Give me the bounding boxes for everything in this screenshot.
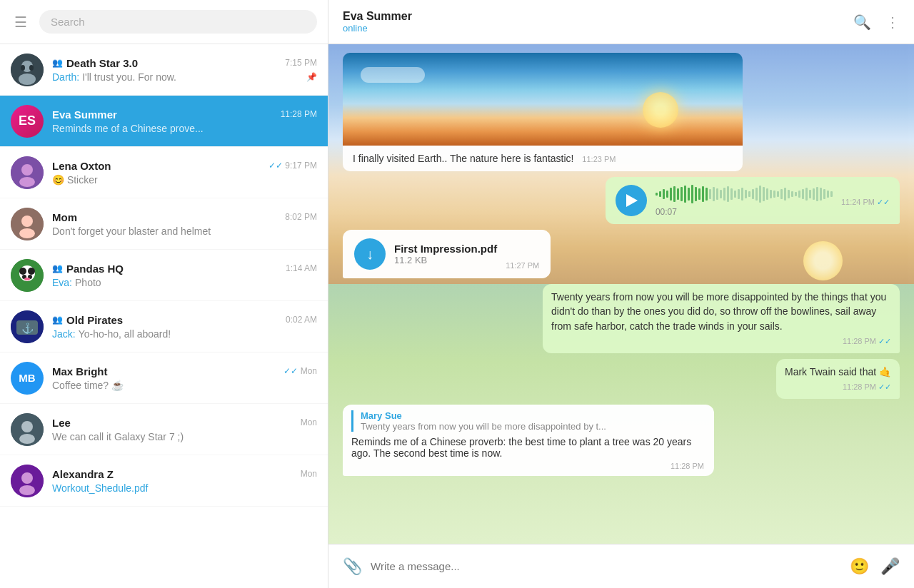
twain-quote-bubble: Twenty years from now you will be more d…: [543, 284, 900, 353]
chat-info: Lena Oxton ✓✓ 9:17 PM 😊 Sticker: [52, 160, 317, 186]
chat-panel: Eva Summer online 🔍 ⋮: [328, 0, 914, 588]
waveform-bar: [773, 191, 775, 198]
chat-preview: We can call it Galaxy Star 7 ;): [52, 431, 317, 442]
read-check-2: ✓✓: [878, 336, 891, 348]
messages-container: I finally visited Earth.. The nature her…: [328, 44, 914, 544]
sent-check: ✓✓: [283, 366, 298, 376]
twain-quote-time: 11:28 PM ✓✓: [551, 336, 891, 348]
avatar: [11, 54, 44, 86]
chat-item-pandas-hq[interactable]: 👥 Pandas HQ 1:14 AM Eva: Photo: [0, 250, 328, 301]
waveform-bar: [695, 187, 697, 201]
quote-sender: Mary Sue: [361, 410, 704, 421]
earth-caption-bubble: I finally visited Earth.. The nature her…: [343, 146, 743, 171]
voice-bubble: 00:07 11:24 PM ✓✓: [606, 177, 900, 224]
avatar: [11, 259, 44, 292]
svg-point-25: [21, 472, 33, 484]
voice-waveform-area: 00:07: [656, 184, 833, 217]
waveform-bar: [763, 187, 765, 201]
chat-info: 👥 Old Pirates 0:02 AM Jack: Yo-ho-ho, al…: [52, 314, 317, 340]
chat-name-row: 👥 Old Pirates 0:02 AM: [52, 314, 317, 326]
voice-time: 11:24 PM ✓✓: [841, 198, 890, 207]
svg-point-17: [24, 278, 30, 280]
svg-point-7: [19, 177, 35, 187]
waveform-bar: [791, 191, 793, 197]
chat-item-mom[interactable]: Mom 8:02 PM Don't forget your blaster an…: [0, 198, 328, 250]
download-button[interactable]: ↓: [354, 238, 386, 270]
chat-item-eva-summer[interactable]: ES Eva Summer 11:28 PM Reminds me of a C…: [0, 96, 328, 147]
sidebar-header: ☰ Search: [0, 0, 328, 44]
chat-name: Max Bright: [52, 365, 108, 377]
chat-item-max-bright[interactable]: MB Max Bright ✓✓ Mon Coffee time? ☕: [0, 353, 328, 404]
read-check: ✓✓: [877, 198, 890, 207]
voice-input-icon[interactable]: 🎤: [880, 557, 900, 576]
earth-caption-text: I finally visited Earth.. The nature her…: [353, 153, 573, 164]
photo-message: I finally visited Earth.. The nature her…: [343, 53, 900, 171]
waveform-bar: [741, 188, 743, 201]
more-options-icon[interactable]: ⋮: [885, 14, 900, 31]
file-time: 11:27 PM: [506, 261, 539, 270]
file-bubble: ↓ First Impression.pdf 11.2 KB 11:27 PM: [343, 230, 551, 278]
chat-preview: Don't forget your blaster and helmet: [52, 225, 317, 237]
chat-time: 0:02 AM: [286, 315, 317, 325]
waveform-bar: [677, 188, 679, 200]
chat-contact-name: Eva Summer: [343, 10, 853, 23]
download-icon: ↓: [366, 246, 373, 263]
waveform-bar: [666, 191, 668, 198]
chat-time: Mon: [301, 469, 317, 479]
avatar: ES: [11, 105, 44, 138]
chat-name-row: Mom 8:02 PM: [52, 211, 317, 223]
file-info: First Impression.pdf 11.2 KB: [394, 243, 497, 265]
chat-item-alexandra-z[interactable]: Alexandra Z Mon Workout_Shedule.pdf: [0, 455, 328, 507]
message-input[interactable]: [371, 560, 841, 572]
avatar: [11, 465, 44, 497]
chat-item-lee[interactable]: Lee Mon We can call it Galaxy Star 7 ;): [0, 404, 328, 455]
chat-name: 👥 Death Star 3.0: [52, 57, 138, 69]
waveform-bar: [713, 187, 715, 201]
group-icon: 👥: [52, 263, 63, 273]
svg-point-26: [19, 485, 35, 495]
chat-item-death-star[interactable]: 👥 Death Star 3.0 7:15 PM Darth: I'll tru…: [0, 44, 328, 96]
waveform-bar: [784, 188, 786, 201]
menu-icon[interactable]: ☰: [11, 10, 31, 34]
chat-preview: Coffee time? ☕: [52, 380, 317, 391]
svg-point-10: [19, 228, 35, 238]
waveform-bar: [734, 191, 736, 198]
chat-name-row: Alexandra Z Mon: [52, 468, 317, 480]
avatar: MB: [11, 362, 44, 395]
waveform-bar: [702, 186, 704, 202]
waveform-bar: [659, 191, 661, 197]
waveform-bar: [759, 186, 761, 203]
chat-preview: Eva: Photo: [52, 277, 317, 288]
twain-attr-time: 11:28 PM ✓✓: [785, 382, 891, 393]
waveform-bar: [805, 188, 808, 201]
play-button[interactable]: [616, 185, 647, 216]
waveform-bar: [777, 191, 779, 197]
chat-info: 👥 Pandas HQ 1:14 AM Eva: Photo: [52, 263, 317, 288]
waveform-bar: [770, 190, 772, 198]
waveform-bar: [780, 189, 783, 199]
waveform-bar: [727, 186, 729, 202]
waveform-bar: [709, 189, 711, 199]
svg-point-14: [28, 268, 35, 275]
chat-time: ✓✓ Mon: [283, 366, 317, 376]
twain-quote-text: Twenty years from now you will be more d…: [551, 291, 886, 332]
attach-icon[interactable]: 📎: [343, 557, 362, 576]
waveform-bar: [716, 188, 718, 200]
waveform-bar: [827, 191, 829, 198]
chat-item-lena-oxton[interactable]: Lena Oxton ✓✓ 9:17 PM 😊 Sticker: [0, 147, 328, 198]
quote-bar: Mary Sue Twenty years from now you will …: [351, 410, 704, 432]
chat-list: 👥 Death Star 3.0 7:15 PM Darth: I'll tru…: [0, 44, 328, 588]
emoji-icon[interactable]: 🙂: [850, 557, 869, 576]
waveform-bar: [752, 189, 754, 199]
chat-item-old-pirates[interactable]: ⚓ 👥 Old Pirates 0:02 AM Jack: Yo-ho-ho, …: [0, 301, 328, 353]
waveform-bar: [673, 186, 676, 202]
pin-icon: 📌: [306, 72, 317, 82]
waveform-bar: [802, 189, 804, 199]
chat-name: Eva Summer: [52, 108, 117, 121]
waveform-bar: [813, 188, 815, 200]
search-bar[interactable]: Search: [39, 10, 317, 34]
search-icon[interactable]: 🔍: [853, 14, 871, 31]
twain-attr-row: Mark Twain said that 🤙 11:28 PM ✓✓: [343, 359, 900, 399]
waveform-bar: [681, 187, 683, 201]
reply-time: 11:28 PM: [351, 462, 704, 470]
